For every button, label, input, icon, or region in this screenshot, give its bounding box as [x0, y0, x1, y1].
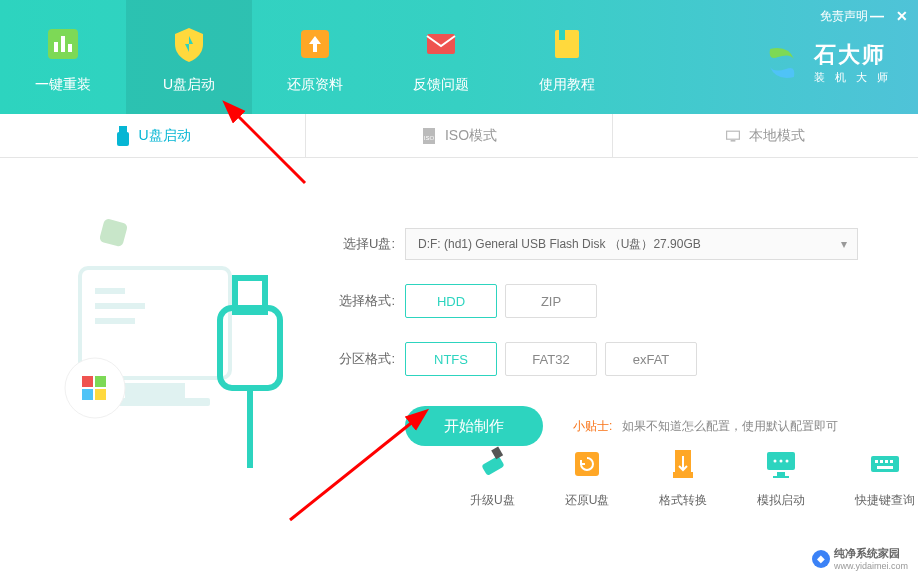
format-zip-button[interactable]: ZIP [505, 284, 597, 318]
svg-rect-1 [54, 42, 58, 52]
tool-label: 升级U盘 [470, 492, 515, 509]
tool-label: 还原U盘 [565, 492, 610, 509]
svg-rect-28 [99, 218, 128, 247]
header: 免责声明 — ✕ 一键重装 U盘启动 还原资料 反馈问题 使用教程 [0, 0, 918, 114]
svg-rect-44 [890, 460, 893, 463]
subtab-label: U盘启动 [139, 127, 191, 145]
shield-icon [165, 20, 213, 68]
tool-label: 模拟启动 [757, 492, 805, 509]
partition-exfat-button[interactable]: exFAT [605, 342, 697, 376]
usb-select-label: 选择U盘: [330, 235, 395, 253]
logo-title: 石大师 [814, 40, 898, 70]
svg-point-39 [786, 460, 789, 463]
svg-rect-26 [82, 389, 93, 400]
tool-format-convert[interactable]: 格式转换 [659, 446, 707, 509]
usb-icon [115, 126, 131, 146]
svg-rect-33 [673, 472, 693, 478]
format-hdd-button[interactable]: HDD [405, 284, 497, 318]
svg-rect-8 [119, 126, 127, 132]
tool-label: 格式转换 [659, 492, 707, 509]
tip-label: 小贴士: [573, 418, 612, 435]
book-icon [543, 20, 591, 68]
partition-ntfs-button[interactable]: NTFS [405, 342, 497, 376]
svg-rect-42 [880, 460, 883, 463]
svg-rect-27 [95, 389, 106, 400]
subtab-local[interactable]: 本地模式 [613, 114, 918, 157]
subtab-label: ISO模式 [445, 127, 497, 145]
window-controls: — ✕ [870, 8, 908, 24]
content: 选择U盘: D:F: (hd1) General USB Flash Disk … [0, 158, 918, 478]
svg-rect-18 [95, 303, 145, 309]
svg-rect-40 [871, 456, 899, 472]
start-button[interactable]: 开始制作 [405, 406, 543, 446]
svg-rect-30 [492, 447, 504, 460]
nav-reinstall[interactable]: 一键重装 [0, 0, 126, 114]
svg-rect-7 [559, 30, 565, 40]
svg-text:ISO: ISO [424, 135, 435, 141]
nav-label: 一键重装 [35, 76, 91, 94]
bar-chart-icon [39, 20, 87, 68]
svg-rect-13 [731, 140, 736, 142]
tool-upgrade-usb[interactable]: 升级U盘 [470, 446, 515, 509]
svg-rect-6 [555, 30, 579, 58]
svg-rect-35 [777, 472, 785, 476]
svg-rect-24 [82, 376, 93, 387]
watermark-logo-icon: ◆ [812, 550, 830, 568]
upload-icon [291, 20, 339, 68]
restore-icon [569, 446, 605, 482]
svg-rect-43 [885, 460, 888, 463]
watermark: ◆ 纯净系统家园 www.yidaimei.com [812, 546, 908, 571]
disclaimer-link[interactable]: 免责声明 [820, 8, 868, 25]
partition-label: 分区格式: [330, 350, 395, 368]
watermark-url: www.yidaimei.com [834, 561, 908, 571]
logo-icon [760, 41, 804, 85]
subtab-label: 本地模式 [749, 127, 805, 145]
tools-row: 升级U盘 还原U盘 格式转换 模拟启动 快捷键查询 [470, 446, 915, 509]
svg-rect-19 [95, 318, 135, 324]
sub-tabs: U盘启动 ISO ISO模式 本地模式 [0, 114, 918, 158]
partition-fat32-button[interactable]: FAT32 [505, 342, 597, 376]
logo: 石大师 装机大师 [760, 40, 898, 85]
nav-tutorial[interactable]: 使用教程 [504, 0, 630, 114]
tool-label: 快捷键查询 [855, 492, 915, 509]
monitor-icon [725, 126, 741, 146]
keyboard-icon [867, 446, 903, 482]
svg-point-23 [65, 358, 125, 418]
svg-rect-12 [727, 131, 740, 139]
iso-icon: ISO [421, 126, 437, 146]
form-area: 选择U盘: D:F: (hd1) General USB Flash Disk … [330, 178, 918, 478]
illustration [30, 178, 330, 478]
svg-rect-5 [427, 34, 455, 54]
chevron-down-icon: ▾ [841, 237, 847, 251]
convert-icon [665, 446, 701, 482]
svg-rect-41 [875, 460, 878, 463]
svg-rect-9 [117, 132, 129, 146]
svg-point-38 [774, 460, 777, 463]
nav-restore[interactable]: 还原资料 [252, 0, 378, 114]
svg-rect-31 [575, 452, 599, 476]
usb-select-value: D:F: (hd1) General USB Flash Disk （U盘）27… [418, 236, 701, 253]
nav-label: 还原资料 [287, 76, 343, 94]
svg-rect-17 [95, 288, 125, 294]
close-button[interactable]: ✕ [896, 8, 908, 24]
tool-restore-usb[interactable]: 还原U盘 [565, 446, 610, 509]
tip-text: 如果不知道怎么配置，使用默认配置即可 [622, 418, 838, 435]
minimize-button[interactable]: — [870, 8, 884, 24]
nav-usb-boot[interactable]: U盘启动 [126, 0, 252, 114]
nav-label: 反馈问题 [413, 76, 469, 94]
usb-upgrade-icon [474, 446, 510, 482]
tool-shortcut-query[interactable]: 快捷键查询 [855, 446, 915, 509]
format-label: 选择格式: [330, 292, 395, 310]
svg-rect-29 [482, 456, 505, 476]
tool-simulate-boot[interactable]: 模拟启动 [757, 446, 805, 509]
subtab-usb[interactable]: U盘启动 [0, 114, 306, 157]
nav-label: 使用教程 [539, 76, 595, 94]
subtab-iso[interactable]: ISO ISO模式 [306, 114, 612, 157]
nav-feedback[interactable]: 反馈问题 [378, 0, 504, 114]
usb-select[interactable]: D:F: (hd1) General USB Flash Disk （U盘）27… [405, 228, 858, 260]
watermark-text: 纯净系统家园 [834, 546, 908, 561]
svg-rect-25 [95, 376, 106, 387]
nav-label: U盘启动 [163, 76, 215, 94]
mail-icon [417, 20, 465, 68]
svg-rect-36 [773, 476, 789, 478]
